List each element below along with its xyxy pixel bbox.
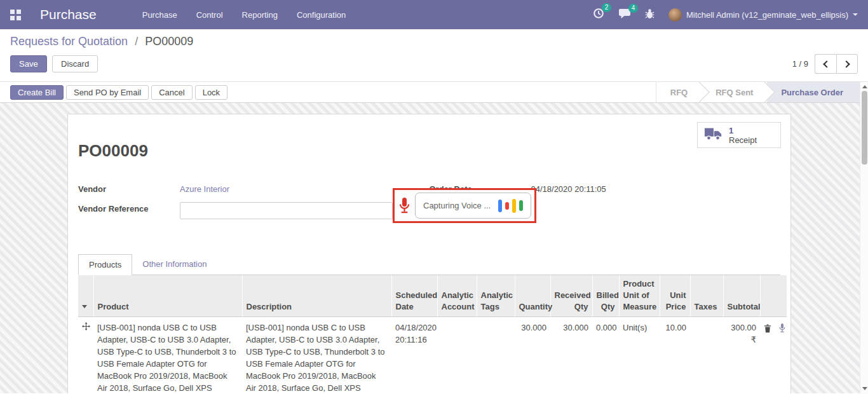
vertical-scrollbar[interactable] bbox=[860, 82, 868, 394]
vendor-value[interactable]: Azure Interior bbox=[180, 182, 229, 194]
breadcrumb: Requests for Quotation / PO00009 bbox=[10, 35, 858, 48]
form-sheet: 1 Receipt PO00009 Vendor Azure Interior … bbox=[67, 114, 791, 393]
activities-button[interactable]: 2 bbox=[593, 8, 604, 22]
user-menu[interactable]: Mitchell Admin (v12_geminate_web_ellipsi… bbox=[668, 8, 858, 22]
pager-count: 1 / 9 bbox=[792, 59, 808, 69]
voice-bar-green bbox=[519, 200, 523, 211]
voice-bar-blue bbox=[498, 200, 502, 212]
receipt-label: Receipt bbox=[729, 135, 757, 145]
tab-products[interactable]: Products bbox=[78, 254, 132, 275]
voice-status-box: Capturing Voice ... bbox=[415, 193, 531, 219]
voice-capture-popup: Capturing Voice ... bbox=[393, 188, 536, 223]
cell-product-uom[interactable]: Unit(s) bbox=[619, 317, 660, 394]
order-lines-table: Product Description Scheduled Date Analy… bbox=[78, 275, 787, 393]
row-microphone-icon[interactable] bbox=[778, 323, 786, 334]
main-menu: Purchase Control Reporting Configuration bbox=[142, 10, 346, 20]
voice-bar-red bbox=[505, 202, 509, 210]
avatar bbox=[668, 8, 682, 22]
menu-configuration[interactable]: Configuration bbox=[297, 10, 346, 20]
order-date-value[interactable]: 04/18/2020 20:11:05 bbox=[531, 182, 606, 194]
menu-reporting[interactable]: Reporting bbox=[242, 10, 278, 20]
messages-badge: 4 bbox=[628, 4, 638, 13]
col-analytic-tags[interactable]: Analytic Tags bbox=[477, 275, 515, 317]
top-navbar: Purchase Purchase Control Reporting Conf… bbox=[0, 0, 868, 29]
col-received-qty[interactable]: Received Qty bbox=[550, 275, 592, 317]
table-row[interactable]: [USB-001] nonda USB C to USB Adapter, US… bbox=[78, 317, 787, 394]
page-title: PO00009 bbox=[78, 141, 780, 161]
voice-status-text: Capturing Voice ... bbox=[423, 201, 491, 210]
discard-button[interactable]: Discard bbox=[52, 55, 98, 72]
truck-icon bbox=[704, 127, 723, 144]
form-statusbar: Create Bill Send PO by Email Cancel Lock… bbox=[0, 81, 868, 103]
send-po-by-email-button[interactable]: Send PO by Email bbox=[66, 85, 149, 100]
cell-scheduled-date[interactable]: 04/18/2020 20:11:16 bbox=[391, 317, 437, 394]
sort-caret-icon[interactable] bbox=[82, 305, 87, 308]
pager-previous-button[interactable] bbox=[815, 54, 836, 74]
vendor-label: Vendor bbox=[78, 182, 180, 194]
receipt-smart-button[interactable]: 1 Receipt bbox=[697, 122, 781, 148]
tab-other-information[interactable]: Other Information bbox=[132, 254, 217, 275]
menu-control[interactable]: Control bbox=[196, 10, 223, 20]
status-step-rfq[interactable]: RFQ bbox=[656, 82, 702, 102]
status-step-rfq-sent[interactable]: RFQ Sent bbox=[702, 82, 767, 102]
app-title[interactable]: Purchase bbox=[40, 7, 97, 22]
voice-bar-yellow bbox=[512, 199, 516, 213]
menu-purchase[interactable]: Purchase bbox=[142, 10, 177, 20]
status-steps: RFQ RFQ Sent Purchase Order bbox=[656, 82, 860, 102]
voice-level-bars bbox=[498, 199, 523, 213]
messages-button[interactable]: 4 bbox=[618, 8, 631, 22]
pager-next-icon bbox=[843, 60, 850, 67]
apps-menu-icon[interactable] bbox=[10, 10, 21, 20]
col-analytic-account[interactable]: Analytic Account bbox=[437, 275, 477, 317]
pager bbox=[815, 54, 858, 74]
notebook-tabs: Products Other Information bbox=[78, 254, 780, 275]
vendor-reference-input[interactable] bbox=[180, 202, 393, 219]
cell-unit-price[interactable]: 10.00 bbox=[660, 317, 690, 394]
cancel-button[interactable]: Cancel bbox=[151, 85, 192, 100]
breadcrumb-separator: / bbox=[135, 35, 138, 48]
pager-next-button[interactable] bbox=[836, 54, 858, 74]
cell-taxes[interactable] bbox=[690, 317, 723, 394]
drag-handle-icon[interactable] bbox=[82, 322, 90, 330]
receipt-count: 1 bbox=[729, 126, 757, 135]
breadcrumb-parent[interactable]: Requests for Quotation bbox=[10, 35, 128, 48]
cell-analytic-tags[interactable] bbox=[477, 317, 515, 394]
col-unit-price[interactable]: Unit Price bbox=[660, 275, 690, 317]
cell-description[interactable]: [USB-001] nonda USB C to USB Adapter, US… bbox=[242, 317, 391, 394]
scrollbar-down-arrow[interactable] bbox=[860, 384, 868, 393]
control-panel: Requests for Quotation / PO00009 Save Di… bbox=[0, 29, 868, 81]
status-step-purchase-order[interactable]: Purchase Order bbox=[767, 82, 860, 102]
scrollbar-thumb[interactable] bbox=[862, 91, 867, 165]
breadcrumb-current: PO00009 bbox=[145, 35, 193, 48]
user-name: Mitchell Admin (v12_geminate_web_ellipsi… bbox=[686, 10, 848, 20]
vendor-reference-label: Vendor Reference bbox=[78, 202, 180, 214]
activity-badge: 2 bbox=[602, 3, 611, 12]
dropdown-caret-icon bbox=[853, 13, 858, 16]
create-bill-button[interactable]: Create Bill bbox=[10, 85, 64, 100]
cell-billed-qty[interactable]: 0.000 bbox=[592, 317, 619, 394]
col-billed-qty[interactable]: Billed Qty bbox=[592, 275, 619, 317]
lock-button[interactable]: Lock bbox=[195, 85, 227, 100]
microphone-icon[interactable] bbox=[398, 196, 411, 215]
save-button[interactable]: Save bbox=[10, 55, 47, 72]
col-product[interactable]: Product bbox=[93, 275, 242, 317]
cell-received-qty[interactable]: 30.000 bbox=[550, 317, 592, 394]
pager-previous-icon bbox=[823, 60, 830, 67]
debug-button[interactable] bbox=[645, 8, 654, 22]
cell-subtotal[interactable]: 300.00 ₹ bbox=[723, 317, 760, 394]
cell-product[interactable]: [USB-001] nonda USB C to USB Adapter, US… bbox=[93, 317, 242, 394]
col-scheduled-date[interactable]: Scheduled Date bbox=[391, 275, 437, 317]
table-header-row: Product Description Scheduled Date Analy… bbox=[78, 275, 787, 317]
cell-quantity[interactable]: 30.000 bbox=[515, 317, 550, 394]
delete-row-trash-icon[interactable] bbox=[764, 324, 771, 333]
cell-analytic-account[interactable] bbox=[437, 317, 477, 394]
col-taxes[interactable]: Taxes bbox=[690, 275, 723, 317]
debug-bug-icon bbox=[645, 8, 654, 22]
col-description[interactable]: Description bbox=[242, 275, 391, 317]
col-product-uom[interactable]: Product Unit of Measure bbox=[619, 275, 660, 317]
col-subtotal[interactable]: Subtotal bbox=[723, 275, 760, 317]
scrollbar-up-arrow[interactable] bbox=[860, 83, 868, 91]
form-view: 1 Receipt PO00009 Vendor Azure Interior … bbox=[0, 103, 868, 393]
col-quantity[interactable]: Quantity bbox=[515, 275, 550, 317]
